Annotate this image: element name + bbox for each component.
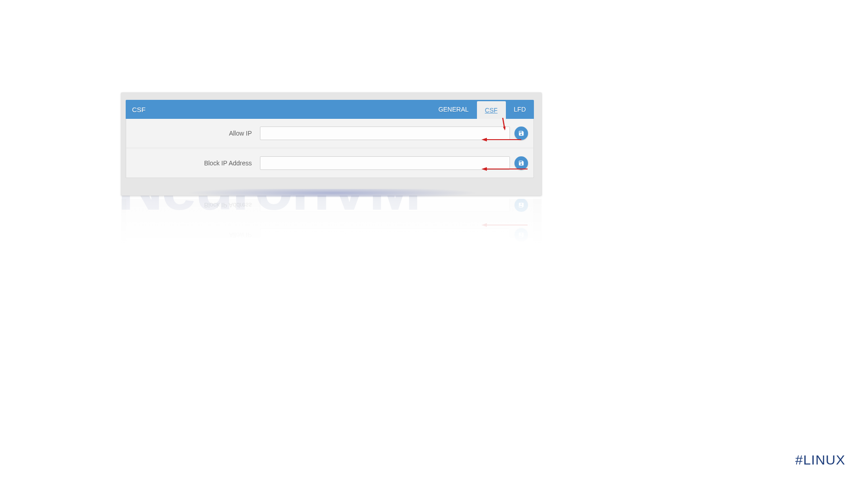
- tab-general[interactable]: GENERAL: [430, 100, 477, 119]
- save-icon: [518, 130, 524, 136]
- svg-marker-5: [481, 167, 487, 171]
- block-ip-row: Block IP Address: [126, 148, 533, 178]
- block-ip-label: Block IP Address: [126, 160, 260, 167]
- tab-lfd[interactable]: LFD: [506, 100, 534, 119]
- hashtag-text: #LINUX: [795, 452, 845, 468]
- reflection: CSF GENERAL CSF LFD Allow IP Block IP Ad…: [121, 199, 542, 276]
- allow-ip-label: Allow IP: [126, 130, 260, 137]
- annotation-arrow-block: [481, 167, 528, 171]
- svg-marker-7: [481, 223, 487, 227]
- allow-ip-row: Allow IP: [126, 119, 533, 148]
- svg-marker-3: [481, 138, 487, 141]
- annotation-arrow-allow: [481, 137, 521, 142]
- panel-container: CSF GENERAL CSF LFD Allow IP Block IP Ad…: [121, 93, 542, 196]
- panel-header: CSF GENERAL CSF LFD: [126, 100, 534, 119]
- allow-ip-input[interactable]: [260, 127, 510, 140]
- tabs: GENERAL CSF LFD: [430, 100, 534, 119]
- panel-body: Allow IP Block IP Address: [126, 119, 534, 178]
- reflection-fade: [121, 199, 542, 276]
- csf-panel: CSF GENERAL CSF LFD Allow IP Block IP Ad…: [126, 100, 534, 178]
- annotation-arrow-reflect: [481, 223, 528, 227]
- panel-title: CSF: [132, 106, 146, 113]
- block-ip-input[interactable]: [260, 156, 510, 170]
- save-icon: [518, 160, 524, 166]
